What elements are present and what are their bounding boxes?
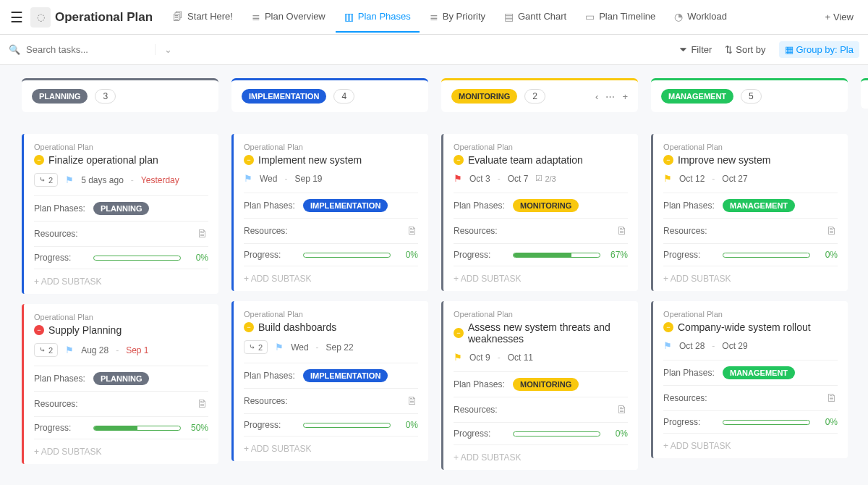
- add-subtask-button[interactable]: + ADD SUBTASK: [663, 266, 838, 291]
- add-subtask-button[interactable]: + ADD SUBTASK: [244, 436, 418, 461]
- phase-badge[interactable]: MANAGEMENT: [723, 366, 795, 379]
- field-label: Progress:: [244, 420, 296, 430]
- add-subtask-button[interactable]: + ADD SUBTASK: [454, 444, 628, 470]
- flag-icon[interactable]: ⚑: [663, 340, 672, 351]
- column-header[interactable]: MANAGEMENT 5: [651, 78, 848, 112]
- progress-percent: 0%: [398, 250, 418, 260]
- tab-start-here[interactable]: 🗐Start Here!: [164, 2, 242, 33]
- subtask-indicator[interactable]: ⤷2: [34, 343, 58, 357]
- status-icon[interactable]: −: [454, 328, 464, 338]
- add-subtask-button[interactable]: + ADD SUBTASK: [663, 433, 838, 458]
- task-card[interactable]: Operational Plan − Improve new system ⚑ …: [651, 134, 848, 291]
- phase-badge[interactable]: MONITORING: [513, 378, 579, 391]
- progress-bar[interactable]: [93, 426, 181, 431]
- date-end: Sep 19: [294, 174, 322, 184]
- progress-bar[interactable]: [303, 253, 391, 258]
- flag-icon[interactable]: ⚑: [454, 173, 462, 184]
- progress-bar[interactable]: [723, 420, 810, 425]
- progress-bar[interactable]: [303, 423, 391, 428]
- group-by-button[interactable]: ▦Group by: Pla: [779, 41, 860, 58]
- toolbar: 🔍 ⌄ ⏷Filter ⇅Sort by ▦Group by: Pla: [0, 35, 868, 65]
- progress-percent: 0%: [817, 417, 838, 427]
- attachment-icon[interactable]: 🗎: [826, 392, 838, 405]
- status-icon[interactable]: −: [34, 155, 44, 165]
- task-card[interactable]: Operational Plan − Company-wide system r…: [651, 301, 848, 458]
- subtask-indicator[interactable]: ⤷2: [34, 173, 58, 187]
- more-icon[interactable]: ⋯: [605, 91, 615, 102]
- task-title: Assess new system threats and weaknesses: [468, 321, 628, 345]
- hamburger-icon[interactable]: ☰: [7, 6, 26, 29]
- sort-button[interactable]: ⇅Sort by: [725, 44, 765, 55]
- phase-badge[interactable]: IMPLEMENTATION: [303, 199, 388, 212]
- phase-badge[interactable]: MONITORING: [513, 199, 579, 212]
- column-header[interactable]: Em: [861, 78, 868, 109]
- plus-icon[interactable]: +: [622, 91, 628, 102]
- flag-icon[interactable]: ⚑: [663, 173, 672, 184]
- column-header[interactable]: MONITORING 2 ‹⋯+: [441, 78, 638, 112]
- add-view-button[interactable]: +View: [817, 7, 861, 27]
- task-card[interactable]: Operational Plan − Finalize operational …: [22, 134, 218, 294]
- status-icon[interactable]: −: [663, 155, 673, 165]
- progress-bar[interactable]: [513, 253, 600, 258]
- attachment-icon[interactable]: 🗎: [826, 224, 838, 237]
- plus-icon: +: [825, 12, 830, 22]
- field-label: Plan Phases:: [34, 203, 86, 214]
- phase-badge[interactable]: MANAGEMENT: [723, 199, 795, 212]
- tab-workload[interactable]: ◔Workload: [665, 2, 736, 33]
- status-badge: PLANNING: [32, 89, 88, 104]
- date-end: Sep 1: [126, 345, 148, 355]
- task-card[interactable]: Operational Plan − Implement new system …: [231, 134, 428, 291]
- tab-plan-overview[interactable]: ≣Plan Overview: [243, 2, 334, 33]
- breadcrumb: Operational Plan: [454, 143, 628, 151]
- tab-by-priority[interactable]: ≣By Priority: [421, 2, 494, 33]
- attachment-icon[interactable]: 🗎: [616, 224, 628, 237]
- phase-badge[interactable]: PLANNING: [93, 202, 149, 215]
- date-end: Oct 7: [508, 174, 529, 184]
- chevron-left-icon[interactable]: ‹: [595, 91, 598, 102]
- flag-icon[interactable]: ⚑: [244, 173, 252, 184]
- flag-icon[interactable]: ⚑: [454, 352, 462, 363]
- date-end: Oct 29: [722, 341, 747, 351]
- subtask-indicator[interactable]: ⤷2: [244, 340, 268, 354]
- flag-icon[interactable]: ⚑: [65, 345, 74, 355]
- progress-bar[interactable]: [723, 253, 810, 258]
- flag-icon[interactable]: ⚑: [275, 342, 284, 353]
- task-card[interactable]: Operational Plan − Evaluate team adaptat…: [441, 134, 638, 291]
- status-icon[interactable]: −: [454, 155, 464, 165]
- column-header[interactable]: IMPLEMENTATION 4: [231, 78, 428, 112]
- status-icon[interactable]: −: [34, 325, 44, 335]
- attachment-icon[interactable]: 🗎: [616, 403, 628, 416]
- flag-icon[interactable]: ⚑: [65, 174, 74, 185]
- column-header[interactable]: PLANNING 3: [22, 78, 218, 112]
- tab-plan-phases[interactable]: ▥Plan Phases: [336, 2, 420, 33]
- doc-icon: 🗐: [173, 11, 183, 22]
- status-icon[interactable]: −: [244, 155, 254, 165]
- chevron-down-icon[interactable]: ⌄: [155, 44, 172, 55]
- card-list: Operational Plan − Implement new system …: [231, 134, 428, 461]
- task-card[interactable]: Operational Plan − Build dashboards ⤷2 ⚑…: [231, 301, 428, 461]
- search-input[interactable]: [26, 44, 142, 55]
- progress-bar[interactable]: [93, 256, 181, 261]
- tab-timeline[interactable]: ▭Plan Timeline: [576, 2, 664, 33]
- attachment-icon[interactable]: 🗎: [407, 224, 418, 237]
- phase-badge[interactable]: IMPLEMENTATION: [303, 369, 388, 382]
- filter-button[interactable]: ⏷Filter: [678, 44, 712, 55]
- attachment-icon[interactable]: 🗎: [197, 227, 208, 240]
- tab-gantt[interactable]: ▤Gantt Chart: [495, 2, 575, 33]
- task-card[interactable]: Operational Plan − Supply Planning ⤷2 ⚑ …: [22, 304, 218, 464]
- app-icon[interactable]: ◌: [30, 7, 51, 28]
- task-card[interactable]: Operational Plan − Assess new system thr…: [441, 301, 638, 470]
- add-subtask-button[interactable]: + ADD SUBTASK: [244, 266, 418, 291]
- add-subtask-button[interactable]: + ADD SUBTASK: [34, 269, 208, 294]
- task-title: Finalize operational plan: [48, 154, 158, 166]
- phase-badge[interactable]: PLANNING: [93, 372, 149, 385]
- add-subtask-button[interactable]: + ADD SUBTASK: [454, 266, 628, 291]
- topbar: ☰ ◌ Operational Plan 🗐Start Here! ≣Plan …: [0, 0, 868, 35]
- status-icon[interactable]: −: [663, 322, 673, 332]
- status-badge: IMPLEMENTATION: [242, 89, 326, 104]
- attachment-icon[interactable]: 🗎: [407, 395, 418, 408]
- attachment-icon[interactable]: 🗎: [197, 397, 208, 410]
- status-icon[interactable]: −: [244, 322, 254, 332]
- progress-bar[interactable]: [513, 431, 600, 436]
- add-subtask-button[interactable]: + ADD SUBTASK: [34, 439, 208, 464]
